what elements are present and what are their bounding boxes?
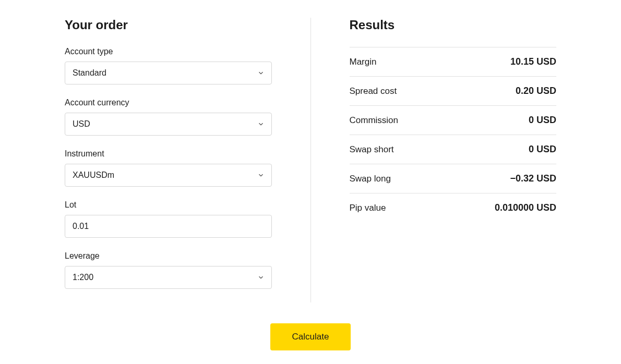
leverage-select[interactable]: 1:200 bbox=[65, 266, 272, 289]
pip-value-value: 0.010000 USD bbox=[495, 202, 556, 213]
swap-short-value: 0 USD bbox=[529, 144, 556, 155]
commission-value: 0 USD bbox=[529, 115, 556, 126]
lot-input[interactable] bbox=[65, 215, 272, 238]
instrument-group: Instrument XAUUSDm bbox=[65, 149, 272, 187]
order-title: Your order bbox=[65, 18, 272, 32]
account-type-select[interactable]: Standard bbox=[65, 62, 272, 84]
order-panel: Your order Account type Standard Account… bbox=[65, 18, 311, 302]
results-title: Results bbox=[350, 18, 557, 32]
account-type-value: Standard bbox=[73, 68, 106, 78]
action-row: Calculate bbox=[0, 323, 621, 350]
spread-cost-value: 0.20 USD bbox=[516, 86, 556, 96]
swap-long-value: −0.32 USD bbox=[510, 173, 556, 184]
calculate-button[interactable]: Calculate bbox=[270, 323, 351, 350]
account-currency-select[interactable]: USD bbox=[65, 113, 272, 136]
results-row-swap-short: Swap short 0 USD bbox=[350, 135, 557, 164]
results-row-commission: Commission 0 USD bbox=[350, 105, 557, 135]
results-row-spread-cost: Spread cost 0.20 USD bbox=[350, 76, 557, 105]
account-currency-label: Account currency bbox=[65, 98, 272, 107]
leverage-value: 1:200 bbox=[73, 273, 93, 282]
leverage-group: Leverage 1:200 bbox=[65, 251, 272, 289]
account-type-group: Account type Standard bbox=[65, 47, 272, 84]
account-currency-value: USD bbox=[73, 119, 90, 129]
lot-label: Lot bbox=[65, 200, 272, 210]
results-row-swap-long: Swap long −0.32 USD bbox=[350, 164, 557, 193]
results-row-pip-value: Pip value 0.010000 USD bbox=[350, 193, 557, 222]
leverage-label: Leverage bbox=[65, 251, 272, 261]
account-type-label: Account type bbox=[65, 47, 272, 56]
instrument-value: XAUUSDm bbox=[73, 171, 114, 180]
commission-label: Commission bbox=[350, 115, 399, 126]
instrument-label: Instrument bbox=[65, 149, 272, 159]
results-panel: Results Margin 10.15 USD Spread cost 0.2… bbox=[311, 18, 557, 302]
pip-value-label: Pip value bbox=[350, 203, 386, 213]
margin-label: Margin bbox=[350, 57, 377, 67]
swap-long-label: Swap long bbox=[350, 174, 391, 184]
instrument-select[interactable]: XAUUSDm bbox=[65, 164, 272, 187]
account-currency-group: Account currency USD bbox=[65, 98, 272, 136]
swap-short-label: Swap short bbox=[350, 144, 394, 155]
spread-cost-label: Spread cost bbox=[350, 86, 397, 96]
lot-group: Lot bbox=[65, 200, 272, 238]
results-row-margin: Margin 10.15 USD bbox=[350, 47, 557, 76]
margin-value: 10.15 USD bbox=[510, 56, 556, 67]
